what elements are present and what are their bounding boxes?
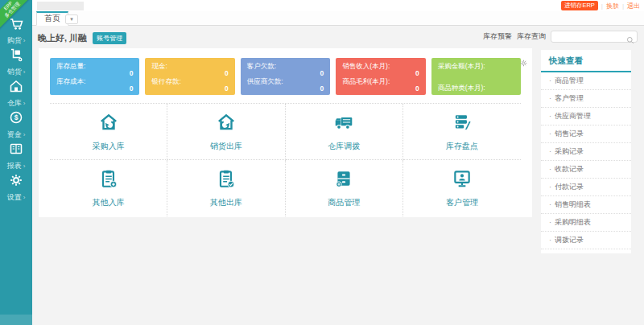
shortcut-other-outbound[interactable]: 其他出库 bbox=[167, 160, 285, 216]
stat-card-sales-month: 销售收入(本月):0 商品毛利(本月):0 bbox=[336, 58, 425, 95]
shortcut-label: 销货出库 bbox=[210, 141, 242, 152]
sidebar-item-label: 仓库› bbox=[7, 98, 26, 109]
stock-warning-link[interactable]: 库存预警 bbox=[483, 31, 512, 42]
stat-label: 商品种类(本月): bbox=[438, 84, 514, 92]
bullet: · bbox=[549, 130, 551, 138]
logout-link[interactable]: 退出 bbox=[627, 2, 640, 10]
clipboard-check-icon bbox=[216, 168, 237, 192]
quick-item-supplier-manage[interactable]: ·供应商管理 bbox=[541, 108, 631, 125]
shortcut-stocktake[interactable]: 库存盘点 bbox=[403, 104, 521, 160]
chevron-right-icon: › bbox=[23, 100, 26, 107]
stat-label: 商品毛利(本月): bbox=[342, 77, 419, 85]
stat-card-inventory: 库存总量:0 库存成本:0 bbox=[50, 58, 139, 95]
sidebar: 购货› 销货› 仓库› $ 资金› bbox=[0, 0, 32, 325]
quick-item-purchase-detail-report[interactable]: ·采购明细表 bbox=[541, 214, 631, 232]
funds-icon: $ bbox=[9, 110, 23, 128]
stat-label: 客户欠款: bbox=[247, 62, 324, 70]
logo-placeholder bbox=[37, 2, 84, 10]
topbar-right: 进销存ERP | 换肤 | 退出 bbox=[561, 0, 640, 11]
account-manage-button[interactable]: 账号管理 bbox=[93, 32, 126, 44]
chevron-right-icon: › bbox=[23, 162, 26, 170]
search-icon[interactable] bbox=[626, 33, 634, 47]
stat-label: 银行存款: bbox=[151, 77, 228, 85]
stock-search-box bbox=[551, 31, 638, 43]
shortcut-sales-outbound[interactable]: 销货出库 bbox=[167, 104, 285, 160]
cabinet-icon bbox=[333, 168, 354, 192]
house-arrow-out-icon bbox=[216, 112, 237, 136]
chevron-right-icon: › bbox=[23, 37, 26, 44]
quick-item-purchase-records[interactable]: ·采购记录 bbox=[541, 143, 631, 161]
clipboard-in-icon bbox=[98, 168, 119, 192]
shortcut-label: 库存盘点 bbox=[446, 141, 478, 152]
bullet: · bbox=[549, 183, 551, 191]
trolley-icon bbox=[9, 47, 23, 65]
warehouse-icon bbox=[9, 79, 23, 97]
divider: | bbox=[601, 2, 603, 10]
stat-value: 0 bbox=[320, 70, 324, 77]
bullet: · bbox=[549, 94, 551, 102]
shortcut-other-inbound[interactable]: 其他入库 bbox=[50, 160, 167, 216]
tab-home[interactable]: 首页 bbox=[36, 11, 68, 26]
stat-value: 0 bbox=[130, 70, 134, 77]
shortcut-purchase-inbound[interactable]: 采购入库 bbox=[50, 104, 167, 160]
quick-item-sales-detail-report[interactable]: ·销售明细表 bbox=[541, 196, 631, 214]
stat-card-purchase-month: 采购金额(本月): 商品种类(本月): bbox=[431, 58, 521, 95]
stat-card-receivables: 客户欠款:0 供应商欠款:0 bbox=[241, 58, 330, 95]
sidebar-item-warehouse[interactable]: 仓库› bbox=[0, 79, 32, 110]
stat-value: 0 bbox=[415, 70, 419, 77]
stat-value: 0 bbox=[415, 85, 419, 93]
stat-value: 0 bbox=[320, 85, 324, 93]
app-window: 购货› 销货› 仓库› $ 资金› bbox=[0, 0, 644, 325]
shortcut-grid: 采购入库 销货出库 仓库调拨 bbox=[50, 103, 521, 217]
bullet: · bbox=[549, 112, 551, 120]
sidebar-item-label: 购货› bbox=[7, 35, 26, 46]
tabbar: 首页 ▾ bbox=[32, 11, 644, 26]
topbar: 进销存ERP | 换肤 | 退出 bbox=[32, 0, 644, 11]
bullet: · bbox=[549, 165, 551, 173]
quick-item-receipt-records[interactable]: ·收款记录 bbox=[541, 161, 631, 179]
stat-value: 0 bbox=[225, 70, 229, 77]
shortcut-warehouse-transfer[interactable]: 仓库调拨 bbox=[286, 104, 403, 160]
tab-dropdown-button[interactable]: ▾ bbox=[65, 14, 78, 24]
stat-label: 库存成本: bbox=[56, 77, 133, 85]
shortcut-label: 其他入库 bbox=[93, 197, 125, 208]
chevron-down-icon: ▾ bbox=[70, 16, 73, 22]
customer-monitor-icon bbox=[452, 168, 473, 192]
shortcut-label: 采购入库 bbox=[93, 141, 125, 152]
dashboard-panel: 库存总量:0 库存成本:0 现金:0 银行存款:0 客户欠款:0 供应商欠款:0… bbox=[39, 48, 532, 217]
quick-item-transfer-records[interactable]: ·调拨记录 bbox=[541, 232, 631, 249]
quick-item-sales-records[interactable]: ·销售记录 bbox=[541, 125, 631, 143]
bullet: · bbox=[549, 147, 551, 155]
chevron-right-icon: › bbox=[23, 194, 26, 201]
shortcut-product-manage[interactable]: 商品管理 bbox=[286, 160, 403, 216]
stock-query-link[interactable]: 库存查询 bbox=[517, 31, 546, 42]
stock-toolbar: 库存预警 库存查询 bbox=[483, 31, 638, 43]
quick-item-payment-records[interactable]: ·付款记录 bbox=[541, 179, 631, 196]
bullet: · bbox=[549, 218, 551, 226]
sidebar-collapse-bar[interactable] bbox=[0, 315, 32, 325]
sidebar-item-sales[interactable]: 销货› bbox=[0, 47, 32, 79]
stat-label: 销售收入(本月): bbox=[342, 62, 419, 70]
stat-card-cash: 现金:0 银行存款:0 bbox=[145, 58, 234, 95]
shortcut-customer-manage[interactable]: 客户管理 bbox=[403, 160, 521, 216]
settings-icon bbox=[9, 173, 23, 191]
sidebar-item-settings[interactable]: 设置› bbox=[0, 173, 32, 204]
sidebar-item-funds[interactable]: $ 资金› bbox=[0, 110, 32, 142]
quick-item-customer-manage[interactable]: ·客户管理 bbox=[541, 90, 631, 108]
content-area: 晚上好, 川融 账号管理 库存预警 库存查询 库存总量:0 库存成本:0 bbox=[32, 26, 644, 325]
chevron-right-icon: › bbox=[23, 68, 26, 76]
panel-settings-icon[interactable] bbox=[520, 56, 527, 70]
sidebar-item-label: 设置› bbox=[7, 192, 26, 203]
stat-label: 现金: bbox=[151, 62, 228, 70]
cart-icon bbox=[9, 16, 23, 34]
stock-search-input[interactable] bbox=[555, 31, 625, 42]
erp-product-badge: 进销存ERP bbox=[561, 1, 598, 10]
shortcut-label: 商品管理 bbox=[328, 197, 360, 208]
bullet: · bbox=[549, 200, 551, 208]
quick-view-panel: 快速查看 ·商品管理 ·客户管理 ·供应商管理 ·销售记录 ·采购记录 ·收款记… bbox=[541, 50, 631, 253]
sidebar-item-label: 销货› bbox=[7, 67, 26, 77]
quick-item-product-manage[interactable]: ·商品管理 bbox=[541, 72, 631, 90]
sidebar-item-reports[interactable]: 报表› bbox=[0, 142, 32, 173]
report-icon bbox=[9, 142, 23, 159]
change-skin-link[interactable]: 换肤 bbox=[606, 2, 619, 10]
